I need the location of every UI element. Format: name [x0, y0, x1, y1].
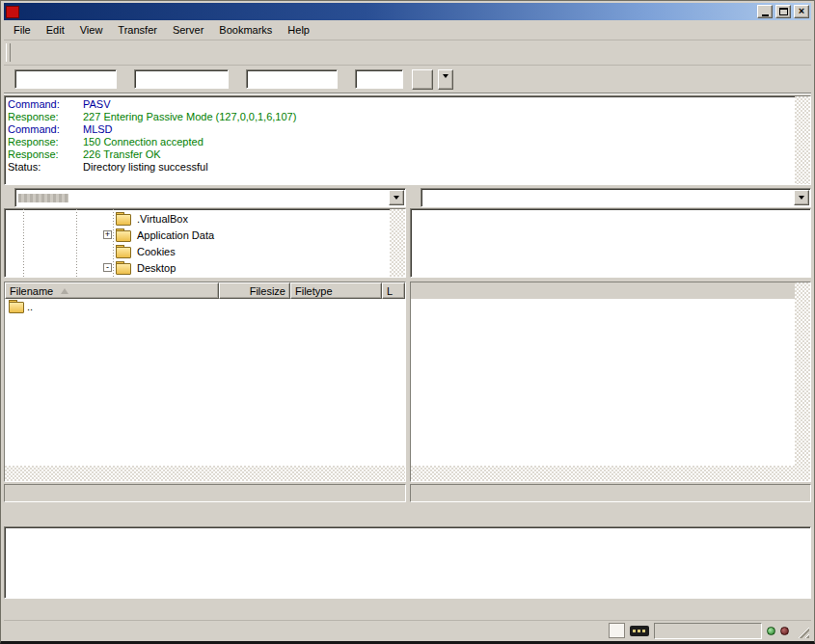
tree-item-label: Cookies [134, 246, 178, 257]
port-input[interactable] [355, 69, 403, 89]
tree-item[interactable]: Cookies [5, 243, 390, 259]
log-line-text: Directory listing successful [83, 161, 208, 174]
browser-panes: .VirtualBox + Application Data [4, 187, 811, 504]
filezilla-logo-icon [6, 6, 19, 18]
recv-led-icon [767, 627, 775, 635]
queue-tabs [4, 599, 811, 618]
local-list-hscrollbar[interactable] [5, 466, 405, 481]
log-line-label: Command: [8, 98, 83, 111]
quickconnect-bar [4, 66, 811, 94]
log-line-text: 227 Entering Passive Mode (127,0,0,1,6,1… [83, 111, 296, 123]
chevron-down-icon [394, 196, 399, 202]
log-line: Response: 227 Entering Passive Mode (127… [8, 111, 795, 123]
minimize-icon [762, 14, 769, 16]
remote-tree [410, 208, 811, 278]
menu-item[interactable]: Help [280, 21, 317, 40]
maximize-icon [779, 8, 788, 15]
username-input[interactable] [134, 69, 229, 89]
maximize-button[interactable] [775, 5, 791, 18]
close-icon: × [799, 6, 804, 16]
menu-item[interactable]: Server [165, 21, 211, 40]
tree-item[interactable]: + Application Data [5, 227, 390, 243]
local-path [18, 192, 387, 203]
log-line-label: Response: [8, 136, 83, 148]
transfer-queue [4, 507, 811, 618]
quickconnect-button[interactable] [412, 69, 433, 90]
toolbar [4, 40, 811, 66]
tree-expander[interactable]: - [103, 263, 112, 272]
send-led-icon [780, 627, 789, 635]
log-line-text: PASV [83, 98, 111, 111]
minimize-button[interactable] [757, 5, 773, 18]
folder-icon [116, 245, 131, 258]
queue-status [654, 623, 762, 639]
menu-item[interactable]: Bookmarks [211, 21, 280, 40]
menu-item[interactable]: Edit [39, 21, 72, 40]
file-name: .. [27, 301, 33, 312]
log-line: Command: PASV [8, 98, 795, 111]
queue-list-area[interactable] [4, 526, 811, 599]
status-bar [4, 620, 811, 640]
file-row[interactable]: .. [5, 299, 405, 314]
tree-item[interactable]: - Desktop [5, 259, 390, 276]
close-button[interactable]: × [794, 5, 809, 18]
remote-status-text [410, 484, 811, 502]
local-list-header: Filename Filesize Filetype L [5, 282, 405, 299]
remote-list-header [411, 282, 795, 299]
menu-bar: FileEditViewTransferServerBookmarksHelp [4, 20, 811, 40]
column-header[interactable]: L [382, 282, 405, 299]
column-header[interactable]: Filesize [219, 282, 290, 299]
log-line: Status: Directory listing successful [8, 161, 795, 174]
local-tree-items: .VirtualBox + Application Data [5, 209, 390, 277]
menu-item[interactable]: View [72, 21, 111, 40]
tree-item-label: .VirtualBox [134, 213, 191, 225]
folder-icon [116, 261, 131, 275]
log-line: Command: MLSD [8, 123, 795, 136]
local-site-dropdown-button[interactable] [389, 190, 404, 205]
log-line-text: 226 Transfer OK [83, 148, 161, 161]
local-tree: .VirtualBox + Application Data [4, 208, 406, 278]
quickconnect-dropdown-button[interactable] [438, 69, 453, 90]
message-log-scrollbar[interactable] [795, 96, 810, 184]
local-tree-scrollbar[interactable] [390, 209, 405, 277]
tree-guide [23, 209, 24, 277]
remote-site-combobox[interactable] [421, 188, 811, 207]
message-log: Command: PASV Response: 227 Entering Pas… [4, 95, 811, 185]
column-header[interactable]: Filetype [290, 282, 382, 299]
indicator-badge-icon[interactable] [630, 626, 649, 636]
chevron-down-icon [443, 74, 448, 81]
tree-expander[interactable]: + [103, 230, 112, 239]
password-input[interactable] [246, 69, 338, 89]
tree-guide [76, 209, 77, 277]
column-header[interactable]: Filename [5, 282, 219, 299]
host-input[interactable] [14, 69, 117, 89]
log-line-text: MLSD [83, 123, 113, 136]
folder-icon [9, 300, 24, 313]
ascii-transfer-type-icon[interactable] [609, 623, 625, 638]
message-log-lines: Command: PASV Response: 227 Entering Pas… [5, 96, 795, 184]
log-line-label: Command: [8, 123, 83, 136]
remote-pane [410, 187, 811, 504]
remote-tree-items [411, 209, 810, 277]
remote-file-list [410, 282, 811, 482]
queue-header [4, 507, 811, 526]
titlebar[interactable]: × [4, 3, 811, 20]
redacted-username [18, 194, 68, 202]
folder-icon [116, 212, 131, 226]
remote-site-dropdown-button[interactable] [794, 190, 809, 205]
remote-list-hscrollbar[interactable] [411, 466, 810, 481]
log-line: Response: 226 Transfer OK [8, 148, 795, 161]
chevron-down-icon [799, 196, 804, 202]
tree-guide [113, 209, 114, 277]
remote-list-scrollbar[interactable] [795, 282, 810, 466]
menu-item[interactable]: Transfer [110, 21, 165, 40]
local-status-text [4, 484, 406, 502]
menu-item[interactable]: File [6, 21, 39, 40]
sort-asc-icon [61, 284, 68, 294]
local-site-combobox[interactable] [14, 188, 406, 207]
tree-item[interactable]: .VirtualBox [5, 210, 390, 227]
local-pane: .VirtualBox + Application Data [4, 187, 406, 504]
log-line: Response: 150 Connection accepted [8, 136, 795, 148]
local-file-rows: .. [5, 299, 405, 466]
resize-grip[interactable] [797, 626, 809, 638]
